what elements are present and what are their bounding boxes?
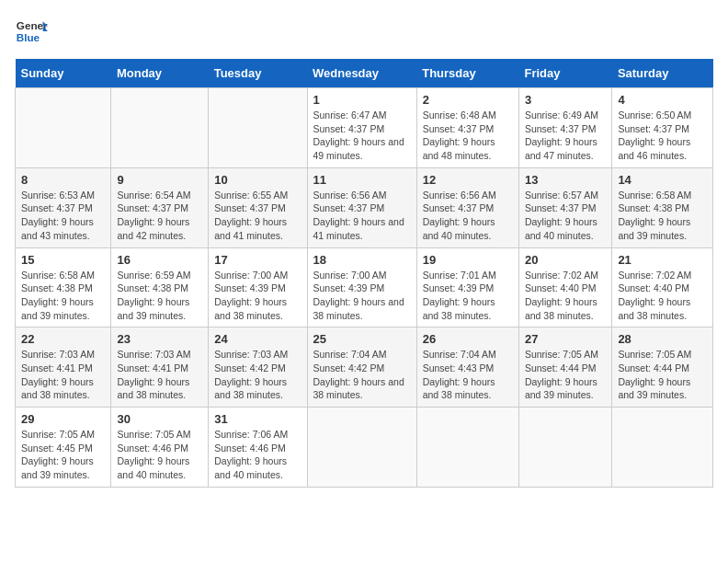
day-info: Sunrise: 6:49 AMSunset: 4:37 PMDaylight:… [525,109,606,163]
day-info: Sunrise: 7:03 AMSunset: 4:41 PMDaylight:… [117,348,202,402]
calendar-cell: 13Sunrise: 6:57 AMSunset: 4:37 PMDayligh… [518,167,611,247]
day-info: Sunrise: 7:00 AMSunset: 4:39 PMDaylight:… [313,269,411,323]
calendar-body: 1Sunrise: 6:47 AMSunset: 4:37 PMDaylight… [16,88,713,488]
day-info: Sunrise: 6:57 AMSunset: 4:37 PMDaylight:… [525,189,606,243]
calendar-cell [111,88,209,168]
day-number: 21 [618,253,707,267]
calendar-cell: 12Sunrise: 6:56 AMSunset: 4:37 PMDayligh… [416,167,518,247]
day-number: 22 [21,332,105,346]
weekday-header-saturday: Saturday [612,59,713,88]
calendar-cell [416,408,518,488]
day-number: 2 [423,93,513,107]
calendar-cell: 27Sunrise: 7:05 AMSunset: 4:44 PMDayligh… [518,327,611,408]
calendar-cell: 19Sunrise: 7:01 AMSunset: 4:39 PMDayligh… [416,247,518,327]
weekday-header-tuesday: Tuesday [209,59,307,88]
calendar-week-2: 8Sunrise: 6:53 AMSunset: 4:37 PMDaylight… [16,167,713,247]
day-number: 4 [618,93,707,107]
calendar-cell [209,88,307,168]
day-info: Sunrise: 6:53 AMSunset: 4:37 PMDaylight:… [21,189,105,243]
weekday-header-monday: Monday [111,59,209,88]
day-number: 19 [423,253,513,267]
day-number: 25 [313,332,411,346]
day-number: 12 [423,173,513,187]
day-info: Sunrise: 6:50 AMSunset: 4:37 PMDaylight:… [618,109,707,163]
day-number: 3 [525,93,606,107]
day-number: 20 [525,253,606,267]
day-info: Sunrise: 7:06 AMSunset: 4:46 PMDaylight:… [214,428,301,482]
calendar-cell: 3Sunrise: 6:49 AMSunset: 4:37 PMDaylight… [518,88,611,168]
day-number: 18 [313,253,411,267]
calendar-cell: 24Sunrise: 7:03 AMSunset: 4:42 PMDayligh… [209,327,307,408]
day-number: 24 [214,332,301,346]
logo: General Blue [15,15,48,48]
day-info: Sunrise: 7:01 AMSunset: 4:39 PMDaylight:… [423,269,513,323]
calendar-cell: 17Sunrise: 7:00 AMSunset: 4:39 PMDayligh… [209,247,307,327]
day-number: 10 [214,173,301,187]
day-number: 14 [618,173,707,187]
logo-icon: General Blue [15,15,48,48]
calendar-cell: 28Sunrise: 7:05 AMSunset: 4:44 PMDayligh… [612,327,713,408]
calendar-cell: 16Sunrise: 6:59 AMSunset: 4:38 PMDayligh… [111,247,209,327]
day-number: 23 [117,332,202,346]
calendar-cell [307,408,416,488]
calendar-cell: 2Sunrise: 6:48 AMSunset: 4:37 PMDaylight… [416,88,518,168]
weekday-header-wednesday: Wednesday [307,59,416,88]
calendar-cell: 20Sunrise: 7:02 AMSunset: 4:40 PMDayligh… [518,247,611,327]
calendar-cell [518,408,611,488]
weekday-header-sunday: Sunday [16,59,111,88]
day-number: 28 [618,332,707,346]
calendar-cell: 29Sunrise: 7:05 AMSunset: 4:45 PMDayligh… [16,408,111,488]
header: General Blue [15,15,713,48]
svg-text:Blue: Blue [17,31,40,43]
day-info: Sunrise: 6:47 AMSunset: 4:37 PMDaylight:… [313,109,411,163]
day-info: Sunrise: 6:58 AMSunset: 4:38 PMDaylight:… [618,189,707,243]
calendar-cell: 10Sunrise: 6:55 AMSunset: 4:37 PMDayligh… [209,167,307,247]
day-number: 9 [117,173,202,187]
day-info: Sunrise: 6:55 AMSunset: 4:37 PMDaylight:… [214,189,301,243]
calendar-cell: 31Sunrise: 7:06 AMSunset: 4:46 PMDayligh… [209,408,307,488]
day-number: 15 [21,253,105,267]
day-number: 31 [214,412,301,426]
day-info: Sunrise: 6:56 AMSunset: 4:37 PMDaylight:… [423,189,513,243]
calendar-cell: 26Sunrise: 7:04 AMSunset: 4:43 PMDayligh… [416,327,518,408]
day-info: Sunrise: 7:02 AMSunset: 4:40 PMDaylight:… [618,269,707,323]
day-info: Sunrise: 7:05 AMSunset: 4:45 PMDaylight:… [21,428,105,482]
calendar-cell: 8Sunrise: 6:53 AMSunset: 4:37 PMDaylight… [16,167,111,247]
day-number: 16 [117,253,202,267]
day-info: Sunrise: 7:04 AMSunset: 4:43 PMDaylight:… [423,348,513,402]
calendar-cell: 14Sunrise: 6:58 AMSunset: 4:38 PMDayligh… [612,167,713,247]
calendar-cell: 1Sunrise: 6:47 AMSunset: 4:37 PMDaylight… [307,88,416,168]
day-info: Sunrise: 7:00 AMSunset: 4:39 PMDaylight:… [214,269,301,323]
day-info: Sunrise: 6:58 AMSunset: 4:38 PMDaylight:… [21,269,105,323]
weekday-header-thursday: Thursday [416,59,518,88]
calendar-cell [612,408,713,488]
calendar-week-3: 15Sunrise: 6:58 AMSunset: 4:38 PMDayligh… [16,247,713,327]
calendar-table: SundayMondayTuesdayWednesdayThursdayFrid… [15,59,713,488]
day-info: Sunrise: 6:54 AMSunset: 4:37 PMDaylight:… [117,189,202,243]
day-info: Sunrise: 6:56 AMSunset: 4:37 PMDaylight:… [313,189,411,243]
calendar-week-1: 1Sunrise: 6:47 AMSunset: 4:37 PMDaylight… [16,88,713,168]
day-info: Sunrise: 7:05 AMSunset: 4:46 PMDaylight:… [117,428,202,482]
calendar-week-5: 29Sunrise: 7:05 AMSunset: 4:45 PMDayligh… [16,408,713,488]
day-info: Sunrise: 7:04 AMSunset: 4:42 PMDaylight:… [313,348,411,402]
calendar-cell: 25Sunrise: 7:04 AMSunset: 4:42 PMDayligh… [307,327,416,408]
calendar-cell: 11Sunrise: 6:56 AMSunset: 4:37 PMDayligh… [307,167,416,247]
day-info: Sunrise: 7:05 AMSunset: 4:44 PMDaylight:… [618,348,707,402]
day-info: Sunrise: 6:48 AMSunset: 4:37 PMDaylight:… [423,109,513,163]
day-info: Sunrise: 7:03 AMSunset: 4:42 PMDaylight:… [214,348,301,402]
calendar-cell: 9Sunrise: 6:54 AMSunset: 4:37 PMDaylight… [111,167,209,247]
day-info: Sunrise: 7:03 AMSunset: 4:41 PMDaylight:… [21,348,105,402]
day-info: Sunrise: 7:05 AMSunset: 4:44 PMDaylight:… [525,348,606,402]
day-number: 11 [313,173,411,187]
calendar-cell: 4Sunrise: 6:50 AMSunset: 4:37 PMDaylight… [612,88,713,168]
calendar-cell: 21Sunrise: 7:02 AMSunset: 4:40 PMDayligh… [612,247,713,327]
calendar-cell: 15Sunrise: 6:58 AMSunset: 4:38 PMDayligh… [16,247,111,327]
day-number: 26 [423,332,513,346]
calendar-cell [16,88,111,168]
day-info: Sunrise: 6:59 AMSunset: 4:38 PMDaylight:… [117,269,202,323]
calendar-week-4: 22Sunrise: 7:03 AMSunset: 4:41 PMDayligh… [16,327,713,408]
day-number: 17 [214,253,301,267]
calendar-cell: 22Sunrise: 7:03 AMSunset: 4:41 PMDayligh… [16,327,111,408]
calendar-cell: 23Sunrise: 7:03 AMSunset: 4:41 PMDayligh… [111,327,209,408]
day-number: 30 [117,412,202,426]
